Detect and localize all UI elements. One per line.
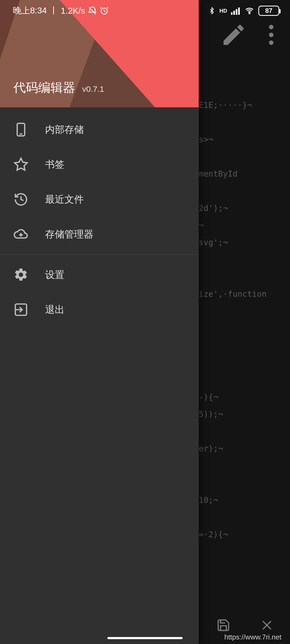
menu-item-label: 退出	[45, 303, 64, 316]
hd-icon: HD	[219, 8, 227, 14]
battery-indicator: 87	[258, 6, 279, 16]
menu-item-label: 书签	[45, 158, 64, 171]
watermark: https://www.7ri.net	[224, 633, 281, 641]
phone-icon	[13, 122, 28, 137]
menu-item-label: 最近文件	[45, 193, 84, 206]
menu-item-storage-manager[interactable]: 存储管理器	[0, 217, 199, 252]
menu-item-label: 内部存储	[45, 123, 84, 136]
home-indicator	[107, 637, 183, 639]
svg-point-0	[269, 25, 274, 30]
menu-item-recent-files[interactable]: 最近文件	[0, 182, 199, 217]
menu-item-internal-storage[interactable]: 内部存储	[0, 112, 199, 147]
app-title: 代码编辑器	[13, 79, 75, 96]
svg-rect-14	[231, 12, 233, 15]
edit-icon[interactable]	[220, 21, 247, 48]
app-version: v0.7.1	[82, 85, 104, 94]
alarm-icon	[100, 6, 109, 15]
svg-rect-15	[233, 11, 235, 15]
gear-icon	[13, 267, 28, 282]
svg-point-18	[249, 13, 250, 14]
status-time: 晚上8:34	[13, 5, 47, 17]
status-bar: 晚上8:34 丨 1.2K/s HD 87	[0, 0, 290, 21]
bluetooth-icon	[208, 6, 216, 15]
menu-item-exit[interactable]: 退出	[0, 292, 199, 327]
drawer-menu: 内部存储 书签 最近文件 存储管理器 设置	[0, 107, 199, 327]
mute-icon	[88, 6, 97, 15]
exit-icon	[13, 302, 28, 317]
wifi-icon	[244, 6, 255, 15]
svg-marker-7	[15, 158, 27, 170]
menu-item-label: 存储管理器	[45, 228, 93, 241]
history-icon	[13, 192, 28, 207]
menu-item-label: 设置	[45, 268, 64, 281]
star-icon	[13, 157, 28, 172]
close-icon[interactable]	[260, 618, 274, 632]
save-icon[interactable]	[216, 618, 230, 632]
more-vert-icon[interactable]	[258, 21, 285, 48]
status-netspeed: 1.2K/s	[61, 6, 85, 16]
svg-point-1	[269, 33, 274, 37]
svg-point-2	[269, 41, 274, 45]
cloud-plus-icon	[13, 227, 28, 242]
svg-rect-16	[236, 9, 237, 15]
menu-item-bookmarks[interactable]: 书签	[0, 147, 199, 182]
menu-item-settings[interactable]: 设置	[0, 257, 199, 292]
signal-icon	[231, 7, 241, 15]
svg-rect-17	[238, 8, 240, 15]
navigation-drawer: 代码编辑器 v0.7.1 内部存储 书签 最近文件 存储管理器	[0, 0, 199, 644]
menu-divider	[0, 254, 199, 255]
